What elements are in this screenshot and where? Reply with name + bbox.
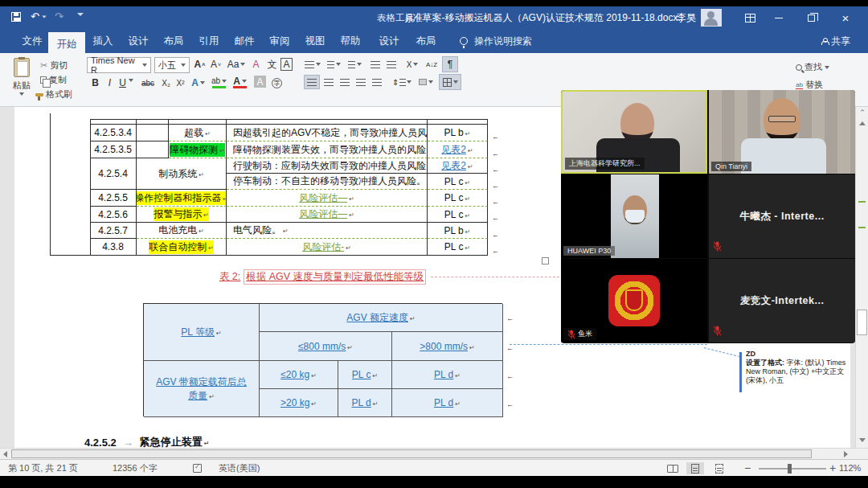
find-button[interactable]: 查找 <box>796 61 829 73</box>
read-mode-icon[interactable] <box>664 462 682 474</box>
page-indicator[interactable]: 第 10 页, 共 21 页 <box>8 460 78 476</box>
superscript-button[interactable]: X² <box>174 76 187 90</box>
share-button[interactable]: 共享 <box>821 29 850 53</box>
copy-button[interactable]: 复制 <box>40 74 67 86</box>
text-highlight-color-button[interactable]: ab <box>212 76 226 88</box>
show-formatting-marks-button[interactable]: ¶ <box>442 56 458 72</box>
table-cell[interactable]: 风险评估— <box>227 207 428 223</box>
increase-indent-button[interactable] <box>384 57 398 72</box>
table-cell[interactable]: 4.2.5.3.5 <box>90 141 137 158</box>
proofing-status-icon[interactable] <box>193 460 202 476</box>
table-cell[interactable]: 4.2.5.4 <box>90 158 137 190</box>
table-cell[interactable]: 4.3.8 <box>90 239 137 256</box>
table-cell[interactable]: ≤800 mm/s <box>260 332 392 361</box>
zoom-out-icon[interactable]: − <box>744 460 751 476</box>
shrink-font-button[interactable]: A˅ <box>209 57 223 72</box>
table-cell[interactable]: 4.2.5.7 <box>90 223 137 239</box>
risk-assessment-link[interactable]: 风险评估— <box>299 207 354 221</box>
tab-references[interactable]: 引用 <box>191 29 227 53</box>
table-cell[interactable]: >20 kg <box>260 389 338 417</box>
language-indicator[interactable]: 英语(美国) <box>219 460 260 476</box>
table1-left-empty-column[interactable] <box>50 113 90 256</box>
table-cell[interactable]: PL c <box>428 207 488 223</box>
horizontal-scrollbar[interactable] <box>0 448 868 459</box>
table-cell[interactable]: PL c <box>428 239 488 256</box>
video-tile[interactable]: HUAWEI P30 <box>561 174 707 258</box>
tab-mailings[interactable]: 邮件 <box>227 29 262 53</box>
character-shading-button[interactable]: A <box>254 76 266 88</box>
line-spacing-button[interactable]: ⇕ <box>392 75 411 89</box>
see-table2-link[interactable]: 见表2 <box>441 143 473 157</box>
align-right-button[interactable] <box>338 75 351 89</box>
tab-design[interactable]: 设计 <box>121 29 156 53</box>
table-cell[interactable]: >800 mm/s <box>392 332 503 361</box>
tab-table-design[interactable]: 设计 <box>371 29 407 53</box>
scroll-down-icon[interactable] <box>856 434 868 445</box>
font-size-combobox[interactable]: 小五 <box>154 57 190 73</box>
table-cell[interactable]: 电池充电 <box>137 223 227 239</box>
table-cell[interactable]: 见表2 <box>428 158 488 174</box>
video-tile[interactable]: 鱼米 <box>561 259 707 342</box>
table-cell[interactable]: PL b <box>428 223 488 239</box>
font-color-button[interactable]: A <box>233 76 247 88</box>
zoom-level[interactable]: 112% <box>839 460 861 476</box>
table-cell[interactable]: PL c <box>428 174 488 190</box>
distribute-button[interactable] <box>370 75 383 89</box>
numbering-button[interactable] <box>325 57 342 72</box>
table-cell[interactable]: 障碍物探测装置失效，而导致冲撞人员的风险。量化 <box>227 141 428 158</box>
italic-button[interactable]: I <box>103 76 117 90</box>
strikethrough-button[interactable]: abc <box>138 76 158 90</box>
scrollbar-thumb[interactable] <box>857 310 867 335</box>
table-cell[interactable]: 见表2 <box>428 141 488 158</box>
tab-view[interactable]: 视图 <box>297 29 333 53</box>
format-painter-button[interactable]: 格式刷 <box>35 88 72 100</box>
bold-button[interactable]: B <box>88 76 102 90</box>
justify-button[interactable] <box>354 75 367 89</box>
table-cell[interactable]: 电气风险。 <box>227 223 428 239</box>
table-cell[interactable]: PL c <box>428 190 488 207</box>
video-tile-active-speaker[interactable]: 上海电器科学研究所... <box>561 90 707 174</box>
table-cell[interactable]: AGV 额定速度 <box>260 304 503 332</box>
user-avatar[interactable] <box>701 9 722 27</box>
risk-assessment-link[interactable]: 风险评估— <box>299 191 354 205</box>
table-cell[interactable]: PL d <box>392 389 503 417</box>
customize-quick-access-icon[interactable] <box>77 16 84 27</box>
tab-file[interactable]: 文件 <box>14 29 50 53</box>
cut-button[interactable]: ✂剪切 <box>40 59 68 72</box>
clear-formatting-button[interactable]: A <box>249 57 263 72</box>
table-cell[interactable]: 制动系统 <box>137 158 227 190</box>
risk-assessment-link[interactable]: 风险评估- <box>302 240 351 254</box>
align-left-button[interactable] <box>304 75 320 89</box>
table-cell[interactable] <box>137 141 169 158</box>
table-cell[interactable]: 4.2.5.6 <box>90 207 137 223</box>
scroll-up-icon[interactable] <box>856 117 868 129</box>
print-layout-icon[interactable] <box>686 462 704 474</box>
enclose-characters-button[interactable]: 字 <box>270 76 284 90</box>
table-cell[interactable]: 联合自动控制 <box>137 239 227 256</box>
zoom-slider-track[interactable] <box>759 468 826 470</box>
table-cell[interactable]: PL b <box>428 125 488 141</box>
zoom-in-icon[interactable]: + <box>829 460 836 476</box>
asian-layout-button[interactable]: X <box>403 57 421 72</box>
change-case-button[interactable]: Aa <box>227 57 246 72</box>
video-conference-window[interactable]: 上海电器科学研究所... Qin Tianyi HUAWEI P30 牛曦杰 -… <box>561 90 855 343</box>
section-heading[interactable]: 4.2.5.2 → 紧急停止装置 <box>84 436 209 449</box>
undo-icon[interactable]: ↶ <box>31 10 47 23</box>
table-cell[interactable]: PL d <box>338 389 392 417</box>
table-cell[interactable]: PL 等级 <box>144 304 260 361</box>
tab-review[interactable]: 审阅 <box>262 29 297 53</box>
grow-font-button[interactable]: A˄ <box>193 57 207 72</box>
align-center-button[interactable] <box>321 75 335 89</box>
user-name[interactable]: 李昊 <box>674 6 699 29</box>
decrease-indent-button[interactable] <box>368 57 382 72</box>
vertical-scrollbar[interactable]: ⌃ <box>855 107 868 448</box>
underline-dropdown-icon[interactable] <box>129 82 133 96</box>
bullets-button[interactable] <box>304 57 321 72</box>
table-cell[interactable]: 报警与指示 <box>137 207 227 223</box>
table-cell[interactable]: PL d <box>392 361 503 389</box>
tab-insert[interactable]: 插入 <box>85 29 121 53</box>
video-tile[interactable]: Qin Tianyi <box>709 90 855 174</box>
table-cell[interactable]: 风险评估- <box>227 239 428 256</box>
restore-icon[interactable] <box>797 6 825 29</box>
tab-help[interactable]: 帮助 <box>333 29 368 53</box>
